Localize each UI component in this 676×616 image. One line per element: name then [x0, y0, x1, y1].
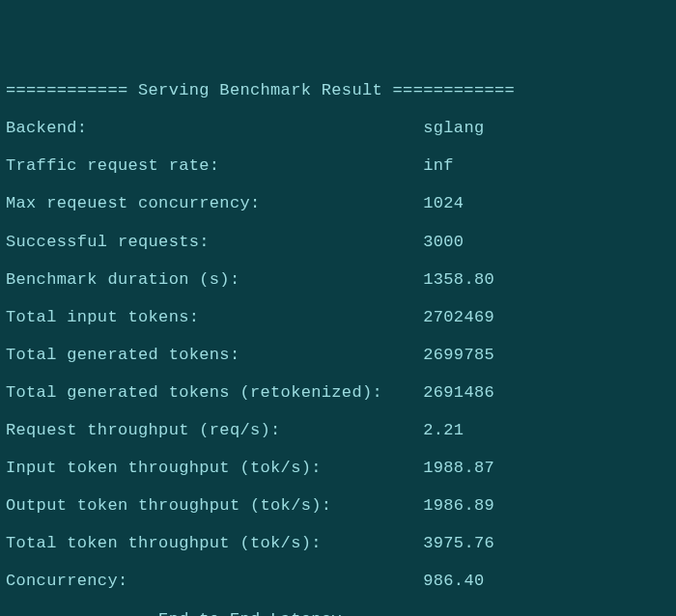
stat-row: Max reqeuest concurrency: 1024 — [6, 194, 670, 213]
stat-value: 1986.89 — [423, 496, 494, 515]
stat-label: Output token throughput (tok/s): — [6, 496, 423, 515]
stat-label: Input token throughput (tok/s): — [6, 459, 423, 477]
stat-value: 1988.87 — [423, 459, 494, 477]
stat-label: Total token throughput (tok/s): — [6, 534, 423, 552]
stat-row: Output token throughput (tok/s): 1986.89 — [6, 496, 670, 516]
stat-value: 1358.80 — [423, 270, 494, 289]
stat-label: Max reqeuest concurrency: — [6, 194, 423, 212]
stat-value: inf — [423, 156, 454, 175]
stat-value: 1024 — [423, 194, 464, 212]
stat-row: Request throughput (req/s): 2.21 — [6, 421, 670, 440]
stat-value: 2691486 — [423, 383, 494, 402]
stat-label: Request throughput (req/s): — [6, 421, 423, 439]
stat-value: 986.40 — [423, 572, 484, 590]
stat-row: Successful requests: 3000 — [6, 233, 670, 252]
stat-label: Total input tokens: — [6, 308, 423, 326]
stat-row: Traffic request rate: inf — [6, 156, 670, 176]
stat-label: Total generated tokens (retokenized): — [6, 383, 423, 402]
stat-value: 2699785 — [423, 346, 494, 364]
stat-label: Backend: — [6, 119, 423, 137]
stat-row: Concurrency: 986.40 — [6, 572, 670, 591]
stat-row: Backend: sglang — [6, 119, 670, 138]
stat-row: Total input tokens: 2702469 — [6, 308, 670, 327]
stat-value: 2702469 — [423, 308, 494, 326]
stat-value: 3000 — [423, 233, 464, 251]
title-divider: ============ Serving Benchmark Result ==… — [6, 81, 670, 100]
stat-row: Benchmark duration (s): 1358.80 — [6, 270, 670, 290]
stat-value: sglang — [423, 119, 484, 137]
stat-label: Successful requests: — [6, 233, 423, 251]
section-divider: ---------------End-to-End Latency-------… — [6, 610, 670, 617]
stat-row: Total token throughput (tok/s): 3975.76 — [6, 534, 670, 553]
stat-label: Benchmark duration (s): — [6, 270, 423, 289]
stat-row: Input token throughput (tok/s): 1988.87 — [6, 459, 670, 478]
stat-row: Total generated tokens (retokenized): 26… — [6, 383, 670, 403]
stat-value: 2.21 — [423, 421, 464, 439]
stat-row: Total generated tokens: 2699785 — [6, 346, 670, 365]
stat-label: Total generated tokens: — [6, 346, 423, 364]
stat-value: 3975.76 — [423, 534, 494, 552]
stat-label: Concurrency: — [6, 572, 423, 590]
stat-label: Traffic request rate: — [6, 156, 423, 175]
